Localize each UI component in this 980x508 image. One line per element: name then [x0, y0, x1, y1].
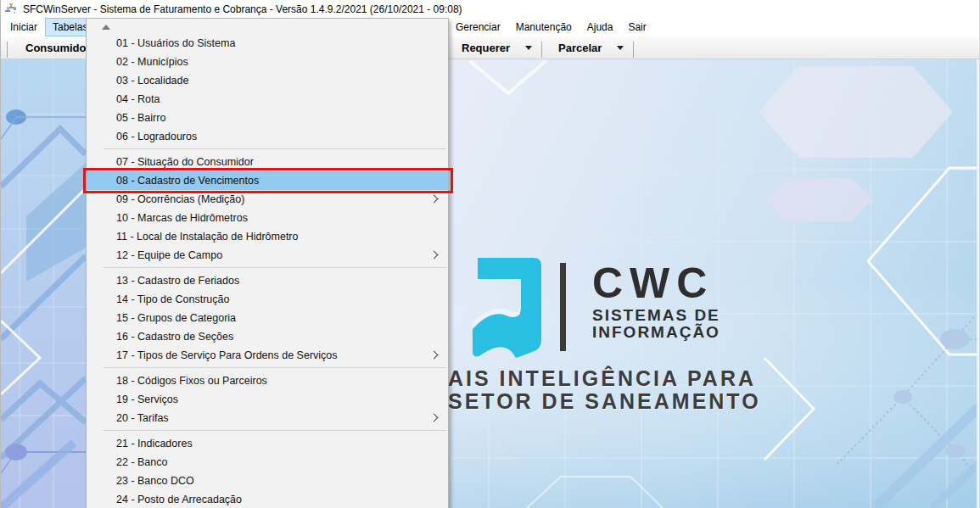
menu-item-11[interactable]: 11 - Local de Instalação de Hidrômetro — [87, 227, 448, 246]
menu-item-04[interactable]: 04 - Rota — [87, 90, 448, 109]
menu-item-label: 20 - Tarifas — [116, 412, 169, 424]
menu-item-label: 14 - Tipo de Construção — [116, 293, 229, 305]
app-window: SFCWinServer - Sistema de Faturamento e … — [0, 0, 980, 508]
menu-item-16[interactable]: 16 - Cadastro de Seções — [87, 327, 448, 346]
menu-item-label: 15 - Grupos de Categoria — [116, 312, 236, 324]
menu-item-label: 07 - Situação do Consumidor — [116, 156, 254, 168]
menu-item-08[interactable]: 08 - Cadastro de Vencimentos — [87, 171, 448, 190]
toolbar-button-requerer[interactable]: Requerer — [451, 42, 535, 54]
scroll-up-arrow-icon — [102, 25, 110, 30]
menu-item-09[interactable]: 09 - Ocorrências (Medição) — [87, 190, 448, 209]
toolbar-button-label: Parcelar — [558, 42, 602, 54]
menu-item-label: 11 - Local de Instalação de Hidrômetro — [116, 231, 298, 243]
menu-item-label: 04 - Rota — [116, 93, 160, 105]
brand-text-block: CWC SISTEMAS DE INFORMAÇÃO — [592, 261, 720, 341]
submenu-arrow-icon — [430, 195, 439, 204]
menu-item-label: 16 - Cadastro de Seções — [116, 331, 233, 343]
logo-divider-bar — [560, 263, 566, 351]
menu-item-18[interactable]: 18 - Códigos Fixos ou Parceiros — [87, 371, 448, 390]
menu-separator — [104, 367, 446, 368]
menu-item-21[interactable]: 21 - Indicadores — [87, 434, 448, 453]
brand-name: CWC — [592, 261, 720, 305]
menu-item-label: 12 - Equipe de Campo — [116, 249, 222, 261]
menu-item-label: 22 - Banco — [116, 456, 167, 468]
menu-item-02[interactable]: 02 - Municípios — [87, 53, 448, 71]
menu-item-label: 06 - Logradouros — [116, 131, 197, 142]
menu-item-label: 02 - Municípios — [116, 56, 188, 68]
menu-separator — [104, 267, 446, 268]
menu-item-label: 08 - Cadastro de Vencimentos — [116, 175, 259, 187]
menu-item-label: 17 - Tipos de Serviço Para Ordens de Ser… — [116, 349, 338, 361]
toolbar-separator — [7, 42, 8, 58]
menu-item-22[interactable]: 22 - Banco — [87, 453, 448, 472]
toolbar-button-parcelar[interactable]: Parcelar — [548, 42, 627, 54]
menubar-item-ajuda[interactable]: Ajuda — [580, 18, 621, 36]
menu-item-05[interactable]: 05 - Bairro — [87, 109, 448, 127]
brand-subtitle-line1: SISTEMAS DE — [592, 307, 720, 324]
tagline-line2: SETOR DE SANEAMENTO — [448, 390, 761, 413]
menu-item-12[interactable]: 12 - Equipe de Campo — [87, 246, 448, 265]
menu-item-07[interactable]: 07 - Situação do Consumidor — [87, 153, 448, 171]
faucet-icon — [4, 3, 18, 16]
menu-item-label: 09 - Ocorrências (Medição) — [116, 193, 244, 205]
menu-item-label: 24 - Posto de Arrecadação — [116, 494, 242, 505]
menu-item-label: 19 - Serviços — [116, 394, 178, 405]
dropdown-arrow-icon — [617, 46, 624, 50]
menubar-item-iniciar[interactable]: Iniciar — [3, 18, 45, 36]
submenu-arrow-icon — [430, 351, 439, 360]
menu-item-label: 01 - Usuários do Sistema — [116, 37, 235, 49]
brand-subtitle-line2: INFORMAÇÃO — [592, 324, 720, 341]
menubar-left: IniciarTabelas — [3, 18, 95, 36]
brand-tagline: AIS INTELIGÊNCIA PARA SETOR DE SANEAMENT… — [448, 367, 761, 413]
menu-item-label: 05 - Bairro — [116, 112, 165, 124]
menubar-item-manutencao[interactable]: Manutenção — [508, 18, 580, 36]
right-edge-strip — [977, 59, 980, 508]
menu-item-20[interactable]: 20 - Tarifas — [87, 409, 448, 427]
tagline-line1: AIS INTELIGÊNCIA PARA — [448, 367, 761, 390]
menubar-item-sair[interactable]: Sair — [620, 18, 653, 36]
toolbar-separator — [633, 42, 634, 58]
menu-item-01[interactable]: 01 - Usuários do Sistema — [87, 34, 448, 53]
window-title: SFCWinServer - Sistema de Faturamento e … — [23, 3, 462, 15]
menu-item-23[interactable]: 23 - Banco DCO — [87, 472, 448, 490]
menu-item-17[interactable]: 17 - Tipos de Serviço Para Ordens de Ser… — [87, 346, 448, 365]
menu-separator — [104, 148, 446, 149]
menu-item-label: 18 - Códigos Fixos ou Parceiros — [116, 375, 267, 387]
menu-item-label: 03 - Localidade — [116, 75, 188, 87]
menu-item-label: 10 - Marcas de Hidrômetros — [116, 212, 248, 224]
dropdown-arrow-icon — [525, 46, 532, 50]
menu-item-10[interactable]: 10 - Marcas de Hidrômetros — [87, 209, 448, 227]
menu-item-03[interactable]: 03 - Localidade — [87, 71, 448, 90]
menubar-item-gerenciar[interactable]: Gerenciar — [448, 18, 508, 36]
menubar-right: GerenciarManutençãoAjudaSair — [448, 18, 654, 36]
submenu-arrow-icon — [430, 414, 439, 422]
menu-separator — [104, 430, 446, 431]
menu-item-14[interactable]: 14 - Tipo de Construção — [87, 290, 448, 309]
toolbar-separator — [541, 42, 542, 58]
menu-item-label: 23 - Banco DCO — [116, 475, 194, 487]
title-bar: SFCWinServer - Sistema de Faturamento e … — [1, 0, 979, 18]
menu-item-label: 13 - Cadastro de Feriados — [116, 275, 239, 287]
menu-item-06[interactable]: 06 - Logradouros — [87, 127, 448, 146]
tabelas-dropdown-items: 01 - Usuários do Sistema02 - Municípios0… — [87, 34, 448, 508]
menu-item-label: 21 - Indicadores — [116, 438, 193, 449]
toolbar-button-label: Requerer — [462, 42, 510, 54]
menu-item-19[interactable]: 19 - Serviços — [87, 390, 448, 409]
menu-scroll-row[interactable] — [87, 19, 448, 34]
menu-item-15[interactable]: 15 - Grupos de Categoria — [87, 309, 448, 327]
menu-item-24[interactable]: 24 - Posto de Arrecadação — [87, 490, 448, 508]
cwc-logo-mark — [473, 256, 546, 361]
menu-item-13[interactable]: 13 - Cadastro de Feriados — [87, 271, 448, 290]
toolbar-right: RequererParcelar — [451, 36, 640, 59]
tabelas-dropdown-menu: 01 - Usuários do Sistema02 - Municípios0… — [86, 18, 449, 508]
submenu-arrow-icon — [430, 251, 439, 260]
